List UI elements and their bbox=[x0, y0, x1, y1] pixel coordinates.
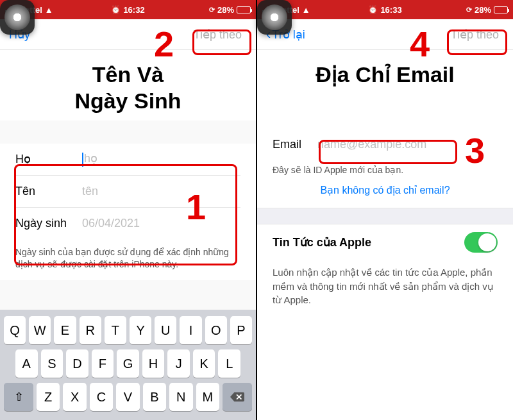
key-h[interactable]: H bbox=[142, 349, 165, 378]
status-time: 16:33 bbox=[380, 5, 401, 15]
key-s[interactable]: S bbox=[41, 349, 63, 378]
apple-news-row: Tin Tức của Apple bbox=[257, 224, 513, 260]
next-button[interactable]: Tiếp theo bbox=[189, 25, 247, 44]
firstname-field[interactable]: tên bbox=[82, 185, 240, 198]
status-bar: Viettel ▲ ⏰ 16:33 ⟳ 28% bbox=[257, 0, 513, 19]
key-v[interactable]: V bbox=[116, 383, 139, 411]
backspace-key[interactable] bbox=[223, 383, 252, 411]
apple-id-note: Đây sẽ là ID Apple mới của bạn. bbox=[257, 161, 513, 180]
birth-field[interactable]: 06/04/2021 bbox=[82, 217, 240, 230]
firstname-row[interactable]: Tên tên bbox=[15, 176, 240, 208]
key-j[interactable]: J bbox=[167, 349, 190, 378]
key-y[interactable]: Y bbox=[130, 316, 151, 344]
battery-icon bbox=[237, 6, 251, 13]
email-field[interactable]: name@example.com bbox=[317, 138, 498, 151]
wifi-icon: ▲ bbox=[302, 5, 310, 15]
birth-row[interactable]: Ngày sinh 06/04/2021 bbox=[15, 208, 240, 240]
rotation-lock-icon: ⟳ bbox=[209, 6, 215, 14]
keyboard[interactable]: QWERTYUIOP ASDFGHJKL ⇧ZXCVBNM bbox=[0, 310, 256, 420]
status-bar: Viettel ▲ ⏰ 16:32 ⟳ 28% bbox=[0, 0, 256, 19]
apple-news-toggle[interactable] bbox=[464, 232, 498, 253]
key-x[interactable]: X bbox=[63, 383, 86, 411]
alarm-icon: ⏰ bbox=[111, 5, 121, 14]
battery-percent: 28% bbox=[475, 5, 491, 15]
email-form: Email name@example.com bbox=[257, 129, 513, 161]
key-t[interactable]: T bbox=[105, 316, 126, 344]
rotation-lock-icon: ⟳ bbox=[466, 6, 472, 14]
assistive-touch-button[interactable] bbox=[257, 0, 292, 35]
nav-bar: Hủy Tiếp theo bbox=[0, 19, 256, 50]
key-w[interactable]: W bbox=[29, 316, 51, 344]
lastname-field[interactable]: họ bbox=[82, 151, 240, 166]
lastname-row[interactable]: Họ họ bbox=[15, 144, 240, 176]
shift-key[interactable]: ⇧ bbox=[4, 383, 33, 411]
page-title: Địa Chỉ Email bbox=[257, 50, 513, 94]
key-k[interactable]: K bbox=[193, 349, 215, 378]
key-a[interactable]: A bbox=[15, 349, 38, 378]
kbd-row-1: QWERTYUIOP bbox=[3, 314, 253, 347]
firstname-label: Tên bbox=[15, 185, 82, 198]
no-email-link[interactable]: Bạn không có địa chỉ email? bbox=[257, 180, 513, 208]
page-title: Tên VàNgày Sinh bbox=[0, 50, 256, 121]
key-q[interactable]: Q bbox=[4, 316, 26, 344]
wifi-icon: ▲ bbox=[45, 5, 53, 15]
key-o[interactable]: O bbox=[205, 316, 227, 344]
nav-bar: ‹ Trở lại Tiếp theo bbox=[257, 19, 513, 50]
assistive-touch-button[interactable] bbox=[0, 0, 35, 35]
key-e[interactable]: E bbox=[54, 316, 76, 344]
birth-label: Ngày sinh bbox=[15, 217, 82, 230]
key-n[interactable]: N bbox=[169, 383, 192, 411]
battery-percent: 28% bbox=[217, 5, 234, 15]
key-r[interactable]: R bbox=[80, 316, 101, 344]
kbd-row-3: ⇧ZXCVBNM bbox=[3, 380, 253, 414]
key-p[interactable]: P bbox=[230, 316, 252, 344]
next-button[interactable]: Tiếp theo bbox=[446, 25, 504, 44]
key-d[interactable]: D bbox=[66, 349, 88, 378]
key-u[interactable]: U bbox=[155, 316, 176, 344]
birth-helper-text: Ngày sinh của bạn được sử dụng để xác đị… bbox=[0, 240, 256, 280]
battery-icon bbox=[494, 6, 508, 13]
key-b[interactable]: B bbox=[143, 383, 166, 411]
key-m[interactable]: M bbox=[196, 383, 219, 411]
key-i[interactable]: I bbox=[180, 316, 201, 344]
alarm-icon: ⏰ bbox=[368, 5, 378, 14]
key-c[interactable]: C bbox=[90, 383, 113, 411]
email-label: Email bbox=[273, 138, 317, 151]
name-birth-form: Họ họ Tên tên Ngày sinh 06/04/2021 bbox=[0, 144, 256, 240]
key-g[interactable]: G bbox=[117, 349, 139, 378]
key-f[interactable]: F bbox=[92, 349, 114, 378]
kbd-row-2: ASDFGHJKL bbox=[3, 347, 253, 380]
key-l[interactable]: L bbox=[218, 349, 240, 378]
lastname-label: Họ bbox=[15, 152, 82, 166]
status-time: 16:32 bbox=[123, 5, 144, 15]
apple-news-desc: Luôn nhận cập nhật về các tin tức của Ap… bbox=[257, 260, 513, 320]
email-row[interactable]: Email name@example.com bbox=[273, 129, 498, 161]
key-z[interactable]: Z bbox=[37, 383, 60, 411]
apple-news-label: Tin Tức của Apple bbox=[273, 235, 371, 249]
